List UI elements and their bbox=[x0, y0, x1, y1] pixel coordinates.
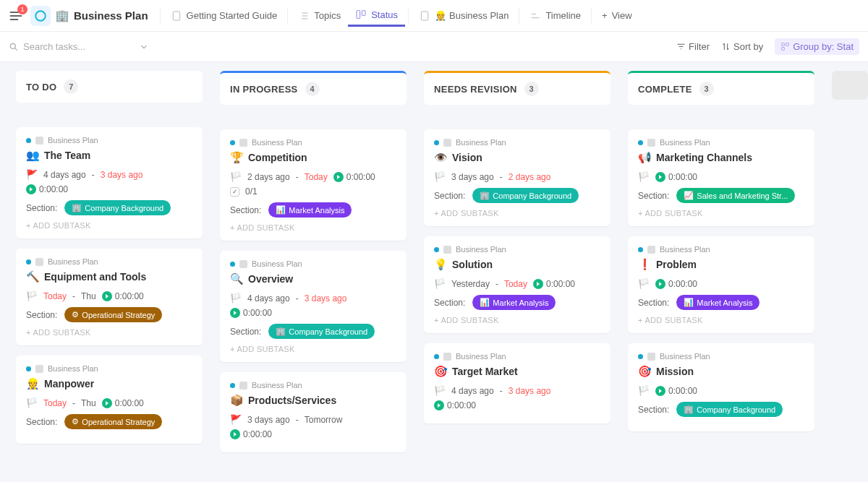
add-subtask-button[interactable]: + ADD SUBTASK bbox=[26, 221, 192, 230]
section-tag[interactable]: ⚙ Operational Strategy bbox=[64, 414, 162, 429]
list-icon bbox=[298, 10, 310, 22]
task-card[interactable]: Business Plan 👁️Vision 🏳️3 days ago - 2 … bbox=[424, 129, 610, 226]
task-card[interactable]: Business Plan 🔍Overview 🏳️4 days ago - 3… bbox=[220, 251, 407, 362]
target-icon: 🎯 bbox=[434, 365, 448, 378]
task-card[interactable]: Business Plan 👥The Team 🚩4 days ago - 3 … bbox=[16, 127, 203, 238]
flag-icon: 🚩 bbox=[26, 169, 38, 180]
svg-rect-8 bbox=[782, 48, 785, 51]
timeline-icon bbox=[529, 10, 541, 22]
group-button[interactable]: Group by: Stat bbox=[775, 38, 859, 55]
section-tag[interactable]: 🏢 Company Background bbox=[268, 324, 375, 339]
eye-icon: 👁️ bbox=[434, 151, 448, 164]
play-icon[interactable] bbox=[655, 386, 665, 396]
play-icon[interactable] bbox=[102, 291, 112, 301]
worker-icon: 👷 bbox=[435, 10, 446, 21]
play-icon[interactable] bbox=[230, 308, 240, 318]
sort-button[interactable]: Sort by bbox=[721, 41, 763, 52]
briefcase-icon bbox=[35, 137, 43, 145]
section-tag[interactable]: 📊 Market Analysis bbox=[268, 202, 352, 218]
menu-button[interactable]: 1 bbox=[6, 6, 26, 26]
hammer-icon: 🔨 bbox=[26, 270, 40, 283]
svg-point-5 bbox=[10, 43, 15, 48]
section-tag[interactable]: 📈 Sales and Marketing Str... bbox=[676, 188, 795, 203]
play-icon[interactable] bbox=[533, 279, 543, 289]
dart-icon: 🎯 bbox=[638, 365, 652, 378]
column-complete-header[interactable]: COMPLETE 3 bbox=[628, 71, 814, 105]
svg-rect-1 bbox=[173, 12, 179, 20]
filter-button[interactable]: Filter bbox=[676, 41, 710, 52]
play-icon[interactable] bbox=[26, 184, 36, 194]
trophy-icon: 🏆 bbox=[230, 151, 244, 164]
section-tag[interactable]: 🏢 Company Background bbox=[472, 188, 579, 203]
workspace-title[interactable]: 🏢 Business Plan bbox=[55, 9, 148, 22]
task-card[interactable]: Business Plan 👷Manpower 🏳️Today - Thu0:0… bbox=[16, 356, 203, 444]
filter-icon bbox=[676, 42, 686, 51]
svg-rect-4 bbox=[421, 12, 427, 20]
nav-status[interactable]: Status bbox=[348, 4, 405, 27]
app-logo[interactable] bbox=[30, 6, 51, 26]
add-subtask-button[interactable]: + ADD SUBTASK bbox=[638, 316, 804, 324]
column-todo-header[interactable]: TO DO 7 bbox=[16, 71, 203, 103]
warning-icon: ❗ bbox=[638, 258, 652, 271]
search-input[interactable]: Search tasks... bbox=[9, 41, 153, 52]
play-icon[interactable] bbox=[655, 279, 665, 289]
nav-business-plan[interactable]: 👷 Business Plan bbox=[412, 6, 516, 26]
todo-count: 7 bbox=[64, 79, 78, 94]
group-icon bbox=[780, 42, 790, 51]
magnify-icon: 🔍 bbox=[230, 272, 244, 285]
add-subtask-button[interactable]: + ADD SUBTASK bbox=[434, 316, 600, 324]
logo-icon bbox=[34, 9, 47, 22]
play-icon[interactable] bbox=[333, 172, 344, 182]
svg-rect-6 bbox=[782, 43, 785, 46]
task-card[interactable]: Business Plan 🔨Equipment and Tools 🏳️Tod… bbox=[16, 249, 203, 345]
board-icon bbox=[355, 9, 367, 20]
task-card[interactable]: Business Plan 🎯Target Market 🏳️4 days ag… bbox=[424, 343, 610, 423]
section-tag[interactable]: 🏢 Company Background bbox=[676, 402, 783, 417]
doc-icon bbox=[171, 10, 182, 22]
svg-rect-3 bbox=[362, 11, 365, 16]
add-subtask-button[interactable]: + ADD SUBTASK bbox=[434, 209, 600, 218]
task-card[interactable]: Business Plan 📢Marketing Channels 🏳️0:00… bbox=[628, 129, 814, 226]
box-icon: 📦 bbox=[230, 394, 244, 407]
add-column-placeholder[interactable] bbox=[832, 71, 868, 100]
add-subtask-button[interactable]: + ADD SUBTASK bbox=[26, 328, 192, 337]
play-icon[interactable] bbox=[230, 429, 240, 439]
team-icon: 👥 bbox=[26, 149, 40, 162]
svg-point-0 bbox=[35, 11, 46, 21]
play-icon[interactable] bbox=[434, 400, 444, 410]
nav-add-view[interactable]: + View bbox=[595, 6, 639, 25]
task-card[interactable]: Business Plan 💡Solution 🏳️Yesterday - To… bbox=[424, 236, 610, 333]
checkbox-icon[interactable]: ✓ bbox=[230, 187, 239, 197]
task-card[interactable]: Business Plan 🏆Competition 🏳️2 days ago … bbox=[220, 129, 407, 241]
nav-timeline[interactable]: Timeline bbox=[522, 6, 588, 26]
section-tag[interactable]: 🏢 Company Background bbox=[64, 200, 171, 215]
play-icon[interactable] bbox=[102, 398, 112, 408]
task-card[interactable]: Business Plan ❗Problem 🏳️0:00:00 Section… bbox=[628, 236, 814, 333]
search-icon bbox=[9, 42, 19, 52]
sort-icon bbox=[721, 42, 731, 51]
add-subtask-button[interactable]: + ADD SUBTASK bbox=[638, 209, 804, 218]
notif-badge: 1 bbox=[17, 4, 27, 14]
worker-icon: 👷 bbox=[26, 377, 40, 390]
page-icon bbox=[419, 10, 430, 22]
play-icon[interactable] bbox=[655, 172, 665, 182]
nav-topics[interactable]: Topics bbox=[291, 6, 348, 26]
svg-rect-7 bbox=[786, 43, 789, 46]
chevron-down-icon bbox=[139, 42, 149, 52]
bulb-icon: 💡 bbox=[434, 258, 448, 271]
briefcase-icon: 🏢 bbox=[55, 9, 69, 22]
section-tag[interactable]: 📊 Market Analysis bbox=[676, 295, 760, 310]
plus-icon: + bbox=[602, 10, 608, 21]
task-card[interactable]: Business Plan 🎯Mission 🏳️0:00:00 Section… bbox=[628, 343, 814, 431]
column-progress-header[interactable]: IN PROGRESS 4 bbox=[220, 71, 407, 105]
megaphone-icon: 📢 bbox=[638, 151, 652, 164]
task-card[interactable]: Business Plan 📦Products/Services 🚩3 days… bbox=[220, 372, 407, 452]
section-tag[interactable]: 📊 Market Analysis bbox=[472, 295, 556, 310]
svg-rect-2 bbox=[357, 11, 360, 19]
add-subtask-button[interactable]: + ADD SUBTASK bbox=[230, 345, 396, 353]
column-revision-header[interactable]: NEEDS REVISION 3 bbox=[424, 71, 610, 105]
add-subtask-button[interactable]: + ADD SUBTASK bbox=[230, 223, 396, 232]
section-tag[interactable]: ⚙ Operational Strategy bbox=[64, 307, 162, 322]
nav-getting-started[interactable]: Getting Started Guide bbox=[163, 6, 285, 26]
